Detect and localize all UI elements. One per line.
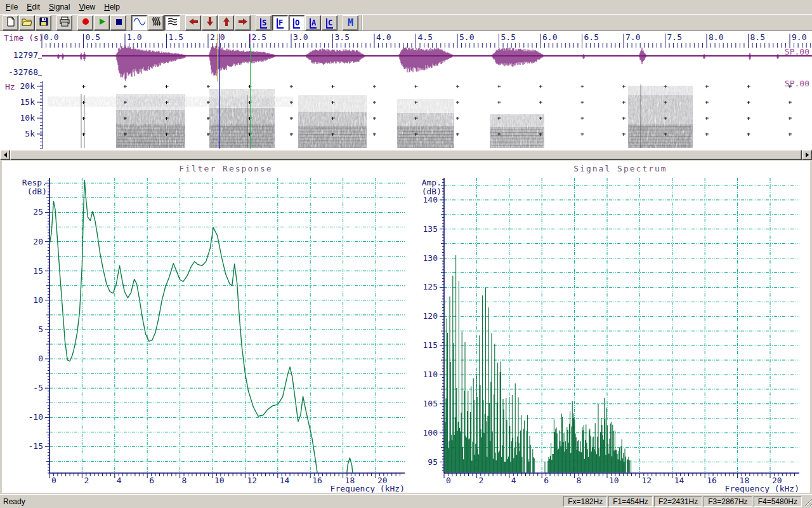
- spectrogram-view-button[interactable]: [164, 15, 180, 30]
- svg-text:2.5: 2.5: [252, 32, 266, 42]
- menu-item-help[interactable]: Help: [100, 1, 124, 13]
- ls-analysis-button[interactable]: S: [256, 15, 272, 30]
- svg-text:140: 140: [423, 195, 438, 204]
- svg-text:Filter Response: Filter Response: [179, 164, 272, 173]
- svg-text:SP.00: SP.00: [785, 47, 809, 57]
- horizontal-scrollbar[interactable]: [0, 150, 812, 160]
- svg-text:5.0: 5.0: [459, 32, 474, 42]
- svg-text:15k: 15k: [20, 97, 36, 107]
- print-button[interactable]: [56, 15, 72, 30]
- svg-text:0: 0: [51, 476, 56, 485]
- scroll-right-button[interactable]: [802, 150, 812, 160]
- status-f4: F4=5480Hz: [754, 496, 802, 507]
- svg-text:120: 120: [423, 311, 438, 321]
- play-button[interactable]: [94, 15, 110, 30]
- svg-text:12797: 12797: [13, 50, 38, 60]
- menu-item-signal[interactable]: Signal: [44, 1, 74, 13]
- ls-icon: S: [260, 20, 267, 26]
- svg-text:3.5: 3.5: [335, 32, 350, 42]
- svg-text:14: 14: [674, 476, 684, 485]
- move-right-button[interactable]: [235, 15, 251, 30]
- down-arrow-icon: [206, 17, 214, 29]
- svg-text:Frequency (kHz): Frequency (kHz): [725, 484, 799, 493]
- signal-display-area[interactable]: Time (s)0.00.51.01.52.02.53.03.54.04.55.…: [0, 31, 812, 150]
- svg-text:95: 95: [428, 457, 438, 467]
- svg-text:SP.00: SP.00: [785, 79, 809, 88]
- svg-text:9.0: 9.0: [792, 32, 806, 42]
- svg-text:2: 2: [478, 476, 483, 485]
- svg-text:7.0: 7.0: [625, 32, 640, 42]
- svg-text:Amp.: Amp.: [422, 178, 442, 187]
- svg-text:6: 6: [149, 476, 154, 485]
- svg-text:6.0: 6.0: [542, 32, 557, 42]
- menu-item-file[interactable]: File: [1, 1, 22, 13]
- status-bar: Ready Fx=182Hz F1=454Hz F2=2431Hz F3=286…: [0, 494, 812, 508]
- stop-icon: [114, 17, 123, 29]
- svg-text:Hz: Hz: [5, 82, 15, 91]
- svg-text:20: 20: [33, 237, 43, 246]
- svg-text:3.0: 3.0: [293, 32, 308, 42]
- svg-text:14: 14: [280, 476, 290, 485]
- svg-text:110: 110: [423, 370, 438, 379]
- svg-text:8: 8: [182, 476, 187, 485]
- svg-text:Signal Spectrum: Signal Spectrum: [573, 164, 667, 173]
- lo-analysis-button[interactable]: O: [289, 15, 304, 30]
- up-arrow-icon: [222, 17, 231, 29]
- svg-text:8: 8: [577, 476, 582, 485]
- scroll-right-icon: [806, 152, 809, 157]
- svg-text:25: 25: [33, 207, 43, 217]
- svg-text:16: 16: [312, 476, 322, 485]
- left-arrow-icon: [188, 17, 199, 29]
- resize-grip[interactable]: [803, 496, 812, 507]
- analysis-charts-panel: 2520151050-5-10-1502468101214161820Filte…: [0, 160, 812, 494]
- new-file-button[interactable]: [3, 15, 18, 30]
- svg-text:5k: 5k: [25, 129, 35, 138]
- svg-text:(dB): (dB): [422, 187, 442, 196]
- vertical-striations-icon: [151, 17, 161, 29]
- svg-text:16: 16: [707, 476, 717, 485]
- status-f1: F1=454Hz: [608, 496, 653, 507]
- svg-text:4.0: 4.0: [376, 32, 391, 42]
- svg-text:10: 10: [609, 476, 619, 485]
- svg-text:105: 105: [423, 399, 438, 408]
- open-file-button[interactable]: [19, 15, 35, 30]
- move-down-button[interactable]: [202, 15, 218, 30]
- m-analysis-button[interactable]: M: [343, 15, 358, 30]
- stop-button[interactable]: [110, 15, 126, 30]
- scrollbar-thumb[interactable]: [10, 150, 802, 160]
- menu-bar: FileEditSignalViewHelp: [0, 0, 812, 14]
- svg-text:12: 12: [247, 476, 257, 485]
- status-fx: Fx=182Hz: [563, 496, 607, 507]
- new-file-icon: [6, 17, 16, 29]
- la-analysis-button[interactable]: A: [305, 15, 321, 30]
- svg-text:20k: 20k: [20, 81, 36, 91]
- pitch-striations-view-button[interactable]: [148, 15, 164, 30]
- svg-text:125: 125: [423, 282, 438, 291]
- svg-text:(dB): (dB): [27, 187, 47, 196]
- scroll-left-icon: [4, 152, 7, 157]
- lf-analysis-button[interactable]: F: [272, 15, 288, 30]
- menu-item-edit[interactable]: Edit: [22, 1, 44, 13]
- svg-text:8.0: 8.0: [709, 32, 723, 42]
- svg-text:15: 15: [33, 266, 43, 276]
- svg-text:10: 10: [214, 476, 225, 485]
- move-left-button[interactable]: [185, 15, 201, 30]
- svg-text:1.5: 1.5: [169, 32, 183, 42]
- svg-text:1.0: 1.0: [127, 32, 141, 42]
- svg-text:-10: -10: [29, 412, 43, 422]
- toolbar: S F O A C M: [0, 14, 812, 31]
- save-button[interactable]: [36, 15, 51, 30]
- sine-wave-icon: [133, 17, 146, 29]
- scroll-left-button[interactable]: [0, 150, 10, 160]
- waveform-view-button[interactable]: [131, 15, 147, 30]
- lc-analysis-button[interactable]: C: [322, 15, 337, 30]
- record-button[interactable]: [77, 15, 93, 30]
- menu-item-view[interactable]: View: [74, 1, 100, 13]
- move-up-button[interactable]: [218, 15, 234, 30]
- svg-text:5: 5: [38, 324, 43, 334]
- status-message: Ready: [0, 497, 562, 506]
- svg-text:6.5: 6.5: [584, 32, 599, 42]
- svg-text:135: 135: [423, 224, 438, 234]
- m-icon: M: [348, 17, 353, 29]
- svg-text:6: 6: [544, 476, 549, 485]
